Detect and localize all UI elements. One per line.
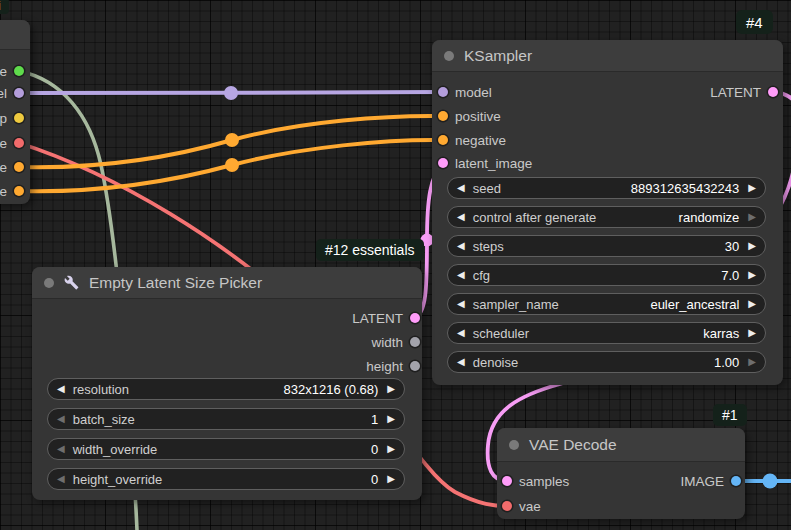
decrement-arrow-icon[interactable]: ◀ — [457, 328, 465, 338]
output-port-image[interactable]: IMAGE — [680, 473, 741, 489]
node-loader[interactable]: e el p e e e — [0, 20, 30, 204]
input-port-positive[interactable]: positive — [438, 108, 501, 124]
port-label: positive — [455, 109, 501, 124]
collapse-dot-icon[interactable] — [509, 440, 519, 450]
input-port-model[interactable]: model — [438, 84, 492, 100]
increment-arrow-icon[interactable]: ▶ — [387, 474, 395, 484]
widget-value: 889312635432243 — [631, 181, 739, 196]
port-dot[interactable] — [438, 135, 448, 145]
widget-resolution[interactable]: ◀ resolution 832x1216 (0.68) ▶ — [47, 378, 405, 400]
output-port-latent[interactable]: LATENT — [710, 84, 778, 100]
port-dot[interactable] — [731, 476, 741, 486]
increment-arrow-icon[interactable]: ▶ — [748, 357, 756, 367]
decrement-arrow-icon[interactable]: ◀ — [457, 183, 465, 193]
widget-steps[interactable]: ◀ steps 30 ▶ — [447, 235, 766, 257]
increment-arrow-icon[interactable]: ▶ — [748, 212, 756, 222]
port-label: e — [0, 160, 7, 175]
node-empty-latent-size-picker[interactable]: Empty Latent Size Picker LATENT width he… — [32, 267, 422, 500]
port-label: negative — [455, 133, 506, 148]
port-dot[interactable] — [14, 66, 24, 76]
input-port-vae[interactable]: vae — [502, 498, 541, 514]
increment-arrow-icon[interactable]: ▶ — [387, 384, 395, 394]
collapse-dot-icon[interactable] — [444, 51, 454, 61]
port-dot[interactable] — [14, 113, 24, 123]
increment-arrow-icon[interactable]: ▶ — [748, 270, 756, 280]
output-port-height[interactable]: height — [366, 358, 420, 374]
widget-label: scheduler — [473, 326, 529, 341]
port-dot[interactable] — [438, 87, 448, 97]
port-label: height — [366, 359, 403, 374]
widget-control-after-generate[interactable]: ◀ control after generate randomize ▶ — [447, 206, 766, 228]
input-port-samples[interactable]: samples — [502, 473, 569, 489]
collapse-dot-icon[interactable] — [44, 278, 54, 288]
output-port[interactable]: e — [0, 159, 24, 175]
link-midpoint-dot[interactable] — [763, 474, 778, 489]
widget-value: euler_ancestral — [650, 297, 739, 312]
decrement-arrow-icon[interactable]: ◀ — [457, 270, 465, 280]
node-title-bar[interactable]: Empty Latent Size Picker — [32, 267, 422, 299]
node-title-bar[interactable]: KSampler — [432, 40, 783, 72]
widget-scheduler[interactable]: ◀ scheduler karras ▶ — [447, 322, 766, 344]
port-dot[interactable] — [438, 158, 448, 168]
decrement-arrow-icon[interactable]: ◀ — [57, 384, 65, 394]
link-midpoint-dot[interactable] — [225, 133, 239, 147]
link-midpoint-dot[interactable] — [225, 158, 239, 172]
port-label: e — [0, 64, 7, 79]
widget-seed[interactable]: ◀ seed 889312635432243 ▶ — [447, 177, 766, 199]
increment-arrow-icon[interactable]: ▶ — [748, 183, 756, 193]
link-midpoint-dot[interactable] — [224, 86, 238, 100]
port-label: e — [0, 184, 7, 199]
increment-arrow-icon[interactable]: ▶ — [748, 299, 756, 309]
output-port[interactable]: p — [0, 110, 24, 126]
node-badge: #4 — [736, 10, 773, 34]
widget-label: steps — [473, 239, 504, 254]
node-title-bar[interactable]: VAE Decode — [497, 428, 745, 462]
increment-arrow-icon[interactable]: ▶ — [387, 444, 395, 454]
graph-canvas[interactable]: e el p e e e fyui KSampler — [0, 0, 791, 530]
increment-arrow-icon[interactable]: ▶ — [748, 328, 756, 338]
input-port-negative[interactable]: negative — [438, 132, 506, 148]
port-dot[interactable] — [14, 186, 24, 196]
decrement-arrow-icon[interactable]: ◀ — [57, 414, 65, 424]
port-dot[interactable] — [14, 162, 24, 172]
widget-label: seed — [473, 181, 501, 196]
decrement-arrow-icon[interactable]: ◀ — [457, 241, 465, 251]
node-title-bar[interactable] — [0, 20, 30, 50]
output-port[interactable]: e — [0, 183, 24, 199]
output-port-width[interactable]: width — [371, 334, 420, 350]
widget-cfg[interactable]: ◀ cfg 7.0 ▶ — [447, 264, 766, 286]
widget-height-override[interactable]: ◀ height_override 0 ▶ — [47, 468, 405, 490]
widget-width-override[interactable]: ◀ width_override 0 ▶ — [47, 438, 405, 460]
port-dot[interactable] — [502, 501, 512, 511]
output-port-latent[interactable]: LATENT — [352, 310, 420, 326]
decrement-arrow-icon[interactable]: ◀ — [457, 212, 465, 222]
decrement-arrow-icon[interactable]: ◀ — [457, 357, 465, 367]
widget-label: cfg — [473, 268, 490, 283]
decrement-arrow-icon[interactable]: ◀ — [57, 444, 65, 454]
node-title: VAE Decode — [529, 436, 617, 454]
port-dot[interactable] — [410, 337, 420, 347]
port-dot[interactable] — [14, 138, 24, 148]
port-dot[interactable] — [768, 87, 778, 97]
port-dot[interactable] — [14, 88, 24, 98]
output-port[interactable]: el — [0, 85, 24, 101]
node-ksampler[interactable]: KSampler model positive negative latent_… — [432, 40, 783, 385]
node-vae-decode[interactable]: VAE Decode samples vae IMAGE — [497, 428, 745, 519]
decrement-arrow-icon[interactable]: ◀ — [57, 474, 65, 484]
port-dot[interactable] — [502, 476, 512, 486]
node-badge: #1 — [713, 404, 747, 426]
widget-denoise[interactable]: ◀ denoise 1.00 ▶ — [447, 351, 766, 373]
input-port-latent-image[interactable]: latent_image — [438, 155, 532, 171]
output-port[interactable]: e — [0, 63, 24, 79]
widget-label: batch_size — [73, 412, 135, 427]
increment-arrow-icon[interactable]: ▶ — [748, 241, 756, 251]
port-dot[interactable] — [438, 111, 448, 121]
decrement-arrow-icon[interactable]: ◀ — [457, 299, 465, 309]
widget-sampler-name[interactable]: ◀ sampler_name euler_ancestral ▶ — [447, 293, 766, 315]
port-dot[interactable] — [410, 313, 420, 323]
increment-arrow-icon[interactable]: ▶ — [387, 414, 395, 424]
widget-batch-size[interactable]: ◀ batch_size 1 ▶ — [47, 408, 405, 430]
port-dot[interactable] — [410, 361, 420, 371]
port-label: LATENT — [710, 85, 761, 100]
output-port[interactable]: e — [0, 135, 24, 151]
